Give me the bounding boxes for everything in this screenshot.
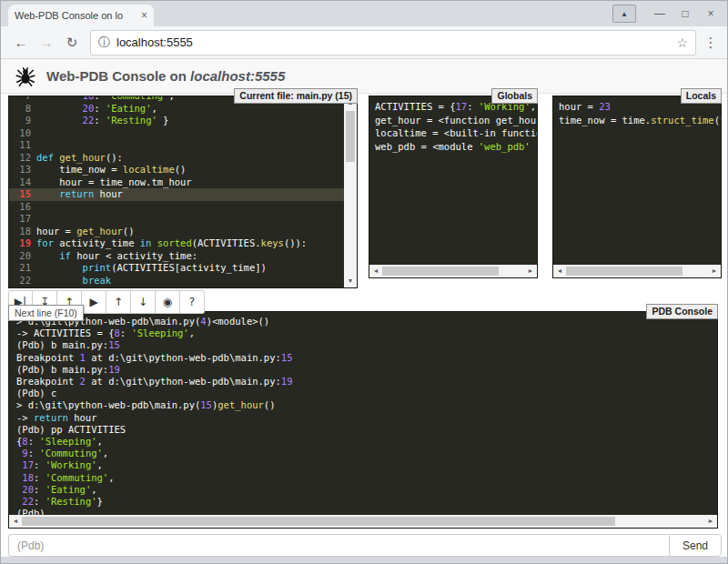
code-editor: 7 18: 'Commuting',8 20: 'Eating',9 22: '…: [9, 96, 344, 287]
line-number: 16: [9, 201, 36, 214]
code-line: 22 break: [9, 275, 344, 287]
console-line: > d:\git\python-web-pdb\main.py(15)get_h…: [16, 399, 710, 411]
bug-icon: [14, 65, 37, 88]
reload-icon[interactable]: ↻: [61, 35, 83, 51]
frame-down-button[interactable]: ↓: [131, 290, 156, 314]
locals-scrollbar[interactable]: ◄ ►: [553, 265, 721, 277]
scroll-down-icon[interactable]: ▼: [344, 275, 357, 287]
current-file-label: Current file: main.py (15): [234, 88, 358, 104]
scrollbar-thumb[interactable]: [346, 111, 355, 162]
page-title-host: localhost:5555: [190, 68, 285, 84]
scroll-left-icon[interactable]: ◄: [9, 515, 22, 528]
console-line: Breakpoint 2 at d:\git\python-web-pdb\ma…: [16, 376, 710, 388]
scroll-left-icon[interactable]: ◄: [369, 265, 382, 277]
line-number: 11: [9, 139, 36, 152]
console-line: (Pdb) pp ACTIVITIES: [16, 424, 710, 436]
scrollbar-thumb[interactable]: [566, 267, 682, 276]
console-line: (Pdb): [16, 508, 710, 515]
tab-strip: Web-PDB Console on lo × ▲ — □ ×: [1, 1, 727, 26]
line-number: 17: [9, 213, 36, 226]
line-number: 15: [9, 188, 36, 201]
locals-content: hour = 23time_now = time.struct_time(tm_…: [553, 96, 721, 265]
line-number: 20: [9, 250, 36, 263]
help-button[interactable]: ?: [180, 290, 205, 314]
pdb-console-panel: PDB Console > d:\git\python-web-pdb\main…: [8, 311, 718, 529]
code-line: 8 20: 'Eating',: [9, 103, 344, 116]
console-line: (Pdb) c: [16, 388, 710, 399]
line-number: 10: [9, 127, 36, 140]
pin-window-icon[interactable]: ▲: [612, 5, 636, 23]
where-button[interactable]: ◉: [156, 290, 180, 314]
console-line: 9: 'Commuting',: [16, 448, 710, 459]
console-line: (Pdb) b main.py:15: [16, 339, 710, 351]
console-line: 20: 'Eating',: [16, 484, 710, 496]
line-number: 9: [9, 115, 36, 127]
code-line: 15 return hour: [9, 188, 344, 201]
globals-content: ACTIVITIES = {17: 'Working', 18: 'get_ho…: [369, 96, 537, 265]
code-line: 16: [9, 201, 344, 214]
locals-line: time_now = time.struct_time(tm_yea: [559, 114, 715, 127]
forward-icon[interactable]: →: [35, 35, 57, 50]
close-window-button[interactable]: ×: [698, 1, 723, 26]
back-icon[interactable]: ←: [10, 35, 32, 50]
console-line: -> return hour: [16, 412, 710, 424]
address-bar[interactable]: ⓘ localhost:5555 ☆: [90, 30, 696, 55]
tab-title: Web-PDB Console on lo: [15, 10, 137, 21]
scroll-right-icon[interactable]: ►: [708, 265, 721, 277]
code-scrollbar[interactable]: ▲ ▼: [344, 96, 357, 287]
globals-panel: Globals ACTIVITIES = {17: 'Working', 18:…: [369, 96, 538, 278]
code-line: 14 hour = time_now.tm_hour: [9, 176, 344, 189]
browser-window: Web-PDB Console on lo × ▲ — □ × ← → ↻ ⓘ …: [0, 0, 728, 564]
next-line-tooltip: Next line (F10): [8, 305, 84, 321]
line-number: 8: [9, 103, 36, 116]
window-bottom-edge: [1, 557, 727, 563]
console-input-row: Send: [8, 534, 722, 557]
scroll-right-icon[interactable]: ►: [704, 515, 717, 528]
console-line: (Pdb) b main.py:19: [16, 364, 710, 376]
help-icon: ?: [189, 296, 195, 308]
globals-scrollbar[interactable]: ◄ ►: [369, 265, 537, 277]
scroll-right-icon[interactable]: ►: [524, 265, 537, 277]
code-line: 12def get_hour():: [9, 152, 344, 165]
globals-line: web_pdb = <module 'web_pdb' from ': [375, 140, 531, 154]
continue-icon: ▶: [89, 296, 97, 308]
line-number: 22: [9, 275, 36, 287]
current-file-panel: Current file: main.py (15) 7 18: 'Commut…: [8, 96, 358, 288]
continue-button[interactable]: ▶: [82, 290, 106, 314]
page-title: Web-PDB Console on localhost:5555: [46, 68, 285, 84]
code-line: 9 22: 'Resting' }: [9, 115, 344, 127]
line-number: 13: [9, 164, 36, 176]
scrollbar-thumb[interactable]: [22, 517, 615, 526]
tab-close-icon[interactable]: ×: [141, 9, 147, 22]
url-text[interactable]: localhost:5555: [116, 35, 676, 49]
site-header: Web-PDB Console on localhost:5555: [1, 59, 727, 94]
pdb-command-input[interactable]: [8, 534, 669, 557]
frame-up-icon: ↑: [114, 296, 123, 308]
frame-down-icon: ↓: [138, 296, 147, 308]
locals-panel: Locals hour = 23time_now = time.struct_t…: [552, 96, 722, 278]
globals-line: get_hour = <function get_hour at 0: [375, 114, 531, 127]
console-scrollbar[interactable]: ◄ ►: [9, 515, 717, 528]
page-title-prefix: Web-PDB Console on: [46, 68, 190, 84]
maximize-button[interactable]: □: [672, 1, 698, 26]
pdb-console-output: > d:\git\python-web-pdb\main.py(4)<modul…: [9, 312, 717, 515]
scroll-left-icon[interactable]: ◄: [553, 265, 566, 277]
page-info-icon[interactable]: ⓘ: [98, 35, 110, 51]
scrollbar-thumb[interactable]: [382, 267, 499, 276]
minimize-button[interactable]: —: [647, 1, 672, 26]
locals-label: Locals: [681, 88, 722, 104]
code-line: 18hour = get_hour(): [9, 226, 344, 238]
frame-up-button[interactable]: ↑: [106, 290, 131, 314]
code-line: 19for activity_time in sorted(ACTIVITIES…: [9, 237, 344, 250]
code-line: 11: [9, 139, 344, 152]
line-number: 12: [9, 152, 36, 165]
browser-menu-icon[interactable]: ⋮: [702, 35, 720, 51]
code-line: 20 if hour < activity_time:: [9, 250, 344, 263]
where-icon: ◉: [163, 296, 172, 308]
console-line: > d:\git\python-web-pdb\main.py(4)<modul…: [16, 316, 710, 327]
line-number: 18: [9, 226, 36, 238]
browser-tab[interactable]: Web-PDB Console on lo ×: [8, 5, 154, 26]
bookmark-star-icon[interactable]: ☆: [676, 35, 688, 50]
code-line: 17: [9, 213, 344, 226]
send-button[interactable]: Send: [669, 534, 722, 557]
